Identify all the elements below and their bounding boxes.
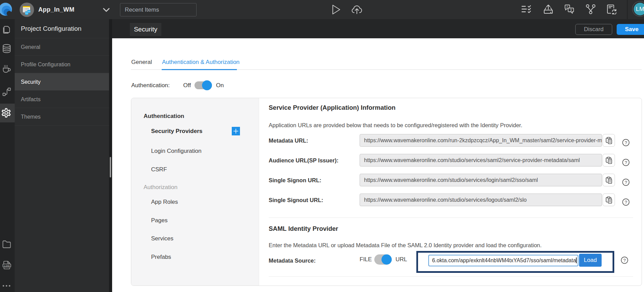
svg-text:?: ? bbox=[625, 140, 627, 145]
svg-text:?: ? bbox=[625, 180, 627, 185]
svg-text:?: ? bbox=[623, 258, 626, 263]
svg-text:?: ? bbox=[625, 200, 627, 205]
svg-text:LOG: LOG bbox=[4, 264, 10, 267]
svg-text:文: 文 bbox=[569, 9, 573, 12]
svg-text:?: ? bbox=[625, 160, 627, 165]
